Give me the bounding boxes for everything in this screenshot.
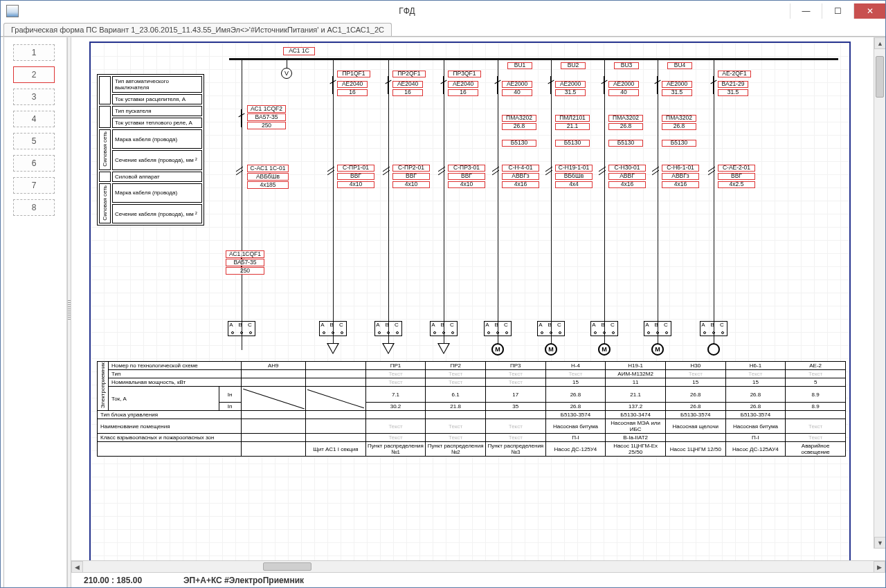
qf-label: ПР3QF1 (448, 71, 481, 77)
scroll-down-button[interactable]: ▼ (874, 537, 885, 549)
ae-type: АЕ2040 (448, 81, 478, 88)
ae-type: АЕ2040 (392, 81, 423, 88)
cable-type: ВВГ (337, 173, 374, 180)
cable-type: ВВГ (718, 173, 755, 180)
bu-label: BU4 (667, 62, 692, 69)
pma-type: ПМЛ2101 (555, 115, 590, 122)
abc-terminal: A B C (644, 321, 671, 336)
cable-code: С-ПР1-01 (337, 165, 374, 172)
breaker-icon (439, 76, 449, 94)
cable-mark-icon (437, 169, 446, 177)
vscroll-thumb[interactable] (876, 56, 884, 98)
pma-type: ПМА3202 (502, 115, 536, 122)
cable-code: С-ПР3-01 (448, 165, 485, 172)
breaker-icon (383, 76, 393, 94)
abc-terminal: A B C (590, 321, 618, 336)
breaker-icon (709, 76, 718, 94)
pma-type: ПМА3202 (608, 115, 643, 122)
motor-icon: М (491, 343, 504, 356)
status-coords: 210.00 : 185.00 (84, 576, 142, 585)
scroll-up-button[interactable]: ▲ (874, 37, 885, 49)
cable-mark-icon (707, 169, 716, 177)
breaker-icon (599, 76, 609, 94)
maximize-button[interactable]: ☐ (822, 3, 853, 19)
page-thumb-1[interactable]: 1 (13, 44, 55, 61)
cable-size: 4x10 (392, 181, 430, 188)
breaker-icon (653, 76, 662, 94)
horizontal-scrollbar[interactable]: ◀ ▶ (71, 560, 885, 572)
incomer-qf1-cur: 250 (226, 267, 264, 275)
cable-code: С-Н-4-01 (502, 165, 539, 172)
abc-terminal: A B C (537, 321, 565, 336)
minimize-button[interactable]: — (790, 3, 822, 19)
bu-label: BU3 (614, 62, 639, 69)
breaker-icon (546, 76, 556, 94)
abc-terminal: A B C (700, 321, 727, 336)
data-table: Электроприемник Номер по технологической… (97, 361, 846, 457)
abc-terminal: A B C (484, 321, 512, 336)
cable-size: 4x4 (555, 181, 593, 188)
drawing-canvas[interactable]: АС1 1С V Тип автоматического выключателя… (71, 37, 885, 560)
qf-label: ПР2QF1 (392, 71, 426, 77)
cable-mark-icon (651, 169, 660, 177)
bus-label: АС1 1С (283, 47, 315, 55)
vertical-scrollbar[interactable]: ▲ ▼ (874, 37, 885, 549)
load-circle-icon (707, 343, 720, 356)
ae-current: 16 (448, 89, 478, 96)
document-tab[interactable]: Графическая форма ПС Вариант 1_23.06.201… (3, 23, 392, 36)
cable-mark-icon (327, 169, 335, 177)
motor-icon: М (598, 343, 611, 356)
page-thumb-6[interactable]: 6 (13, 155, 55, 172)
ae-current: 31.5 (555, 89, 586, 96)
voltmeter-icon: V (281, 68, 292, 79)
abc-terminal: A B C (228, 321, 255, 336)
page-thumb-8[interactable]: 8 (13, 199, 55, 216)
cable-size: 4x2.5 (718, 181, 755, 188)
page-thumbnails: 1 2 3 4 5 6 7 8 (1, 37, 67, 587)
tab-bar: Графическая форма ПС Вариант 1_23.06.201… (1, 21, 885, 37)
hscroll-thumb[interactable] (263, 562, 311, 571)
ae-current: 40 (502, 89, 532, 96)
close-button[interactable]: ✕ (853, 3, 885, 19)
incomer-line (242, 59, 242, 350)
ae-current: 16 (392, 89, 423, 96)
cable-type: ВВГ (448, 173, 485, 180)
app-icon (6, 5, 19, 17)
scroll-left-button[interactable]: ◀ (71, 561, 83, 573)
page-thumb-7[interactable]: 7 (13, 177, 55, 194)
legend-table: Тип автоматического выключателя Ток уста… (97, 74, 204, 226)
cable-type: АВВГз (662, 173, 699, 180)
abc-terminal: A B C (374, 321, 402, 336)
page-thumb-3[interactable]: 3 (13, 89, 55, 105)
cable-code: С-Н30-01 (608, 165, 646, 172)
pma-type: ПМА3202 (662, 115, 696, 122)
pma-cur: 21.1 (555, 123, 590, 130)
page-thumb-2[interactable]: 2 (13, 66, 55, 83)
abc-terminal: A B C (430, 321, 458, 336)
ae-current: 16 (337, 89, 368, 96)
status-bar: 210.00 : 185.00 ЭП+А+КС #ЭлектроПриемник (71, 572, 885, 587)
load-triangle-icon (382, 343, 395, 354)
motor-icon: М (651, 343, 664, 356)
incomer-qf2-cur: 250 (247, 122, 286, 129)
drawing-sheet: АС1 1С V Тип автоматического выключателя… (89, 42, 851, 560)
cable-mark-icon (235, 169, 244, 177)
bu-label: BU2 (561, 62, 586, 69)
scroll-right-button[interactable]: ▶ (874, 561, 885, 573)
ae-type: АЕ2000 (662, 81, 692, 88)
breaker-icon (237, 109, 246, 127)
load-triangle-icon (327, 343, 339, 354)
status-path: ЭП+А+КС #ЭлектроПриемник (183, 576, 304, 585)
workarea: 1 2 3 4 5 6 7 8 АС1 1С V (1, 37, 885, 587)
page-thumb-4[interactable]: 4 (13, 111, 55, 127)
canvas-wrap: АС1 1С V Тип автоматического выключателя… (71, 37, 885, 587)
pma-cur: 26.8 (502, 123, 536, 130)
bu-label: BU1 (507, 62, 532, 69)
page-thumb-5[interactable]: 5 (13, 133, 55, 149)
b5130: Б5130 (555, 140, 590, 147)
ae-type: ВА21-29 (718, 81, 748, 88)
titlebar[interactable]: ГФД — ☐ ✕ (1, 1, 885, 21)
cable-size: 4x10 (337, 181, 374, 188)
pma-cur: 26.8 (662, 123, 696, 130)
cable-mark-icon (382, 169, 390, 177)
